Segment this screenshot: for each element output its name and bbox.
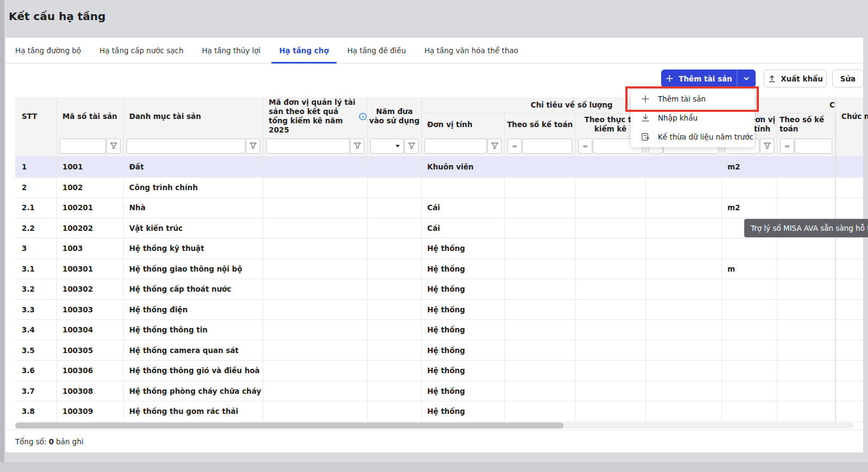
filter-funnel-icon[interactable] — [106, 139, 121, 154]
table-row-9[interactable]: 3.4100304Hệ thống thông tinHệ thống — [15, 320, 835, 341]
table-row-10[interactable]: 3.5100305Hệ thống camera quan sátHệ thốn… — [15, 341, 835, 361]
cell-8-10 — [722, 300, 777, 320]
table-row-7[interactable]: 3.2100302Hệ thống cấp thoát nướcHệ thống — [15, 279, 835, 300]
add-asset-button[interactable]: Thêm tài sản — [661, 70, 737, 87]
tab-3[interactable]: Hạ tầng thủy lợi — [194, 37, 268, 64]
tab-1[interactable]: Hạ tầng đường bộ — [8, 37, 88, 64]
filter-input-4[interactable] — [266, 139, 350, 154]
cell-3-10: m2 — [722, 198, 777, 218]
filter-equals-operator[interactable]: = — [508, 139, 522, 154]
action-cell-10[interactable] — [835, 341, 863, 361]
cell-6-1: 3.1 — [15, 259, 57, 280]
action-cell-1[interactable] — [835, 157, 863, 178]
tab-4[interactable]: Hạ tầng chợ — [271, 37, 337, 64]
total-unit: bản ghi — [56, 437, 84, 446]
cell-11-10 — [722, 361, 777, 381]
cell-9-1: 3.4 — [15, 320, 57, 341]
cell-6-9 — [646, 259, 722, 280]
menu-item-2[interactable]: Nhập khẩu — [631, 108, 755, 127]
table-row-13[interactable]: 3.8100309Hệ thống thu gom rác thảiHệ thố… — [15, 401, 835, 422]
filter-input-11[interactable] — [795, 139, 832, 154]
cell-12-2: 100308 — [57, 381, 124, 402]
table-row-6[interactable]: 3.1100301Hệ thống giao thông nội bộHệ th… — [15, 259, 835, 280]
filter-input-7[interactable] — [522, 139, 572, 154]
tab-2[interactable]: Hạ tầng cấp nước sạch — [92, 37, 191, 64]
menu-item-1[interactable]: Thêm tài sản — [631, 89, 755, 108]
table-row-2[interactable]: 21002Công trình chính — [15, 178, 835, 198]
cell-9-7 — [505, 320, 575, 341]
cell-7-11 — [777, 279, 835, 300]
action-cell-2[interactable] — [835, 178, 863, 198]
cell-13-4 — [263, 401, 368, 422]
table-row-8[interactable]: 3.3100303Hệ thống điệnHệ thống — [15, 300, 835, 320]
action-cell-12[interactable] — [835, 381, 863, 402]
menu-item-label: Thêm tài sản — [658, 95, 706, 103]
filter-input-6[interactable] — [425, 139, 487, 154]
cell-5-5 — [368, 238, 422, 259]
cell-1-7 — [505, 157, 575, 178]
menu-item-3[interactable]: Kế thừa dữ liệu năm trước — [631, 127, 755, 146]
cell-12-10 — [722, 381, 777, 402]
tab-5[interactable]: Hạ tầng đê điều — [340, 37, 414, 64]
action-cell-13[interactable] — [835, 401, 863, 422]
total-label: Tổng số: — [15, 437, 47, 446]
filter-equals-operator[interactable]: = — [578, 139, 592, 154]
edit-button[interactable]: Sửa — [832, 70, 864, 87]
action-cell-7[interactable] — [835, 279, 863, 300]
filter-funnel-icon[interactable] — [350, 139, 364, 154]
cell-8-3: Hệ thống điện — [124, 300, 263, 320]
cell-2-10 — [722, 178, 777, 198]
cell-7-5 — [368, 279, 422, 300]
cell-13-1: 3.8 — [15, 401, 57, 422]
cell-7-9 — [646, 279, 722, 300]
cell-13-6: Hệ thống — [422, 401, 505, 422]
cell-1-2: 1001 — [57, 157, 124, 178]
cell-5-2: 1003 — [57, 238, 124, 259]
tab-6[interactable]: Hạ tầng văn hóa thể thao — [417, 37, 526, 64]
cell-7-1: 3.2 — [15, 279, 57, 300]
cell-7-4 — [263, 279, 368, 300]
cell-11-6: Hệ thống — [422, 361, 505, 381]
filter-year-select[interactable] — [370, 139, 404, 154]
export-button[interactable]: Xuất khẩu — [764, 70, 827, 87]
table-row-12[interactable]: 3.7100308Hệ thống phòng cháy chữa cháyHệ… — [15, 381, 835, 402]
horizontal-scrollbar-thumb[interactable] — [15, 423, 563, 429]
action-cell-11[interactable] — [835, 361, 863, 381]
filter-input-2[interactable] — [60, 139, 106, 154]
cell-12-8 — [575, 381, 646, 402]
cell-10-10 — [722, 341, 777, 361]
filter-funnel-icon[interactable] — [404, 139, 419, 154]
cell-9-10 — [722, 320, 777, 341]
filter-funnel-icon[interactable] — [246, 139, 260, 154]
table-row-5[interactable]: 31003Hệ thống kỹ thuậtHệ thống — [15, 238, 835, 259]
add-asset-label: Thêm tài sản — [679, 74, 732, 83]
action-cell-6[interactable] — [835, 259, 863, 280]
cell-10-9 — [646, 341, 722, 361]
inherit-icon — [641, 132, 650, 142]
table-row-11[interactable]: 3.6100306Hệ thống thông gió và điều hoà … — [15, 361, 835, 381]
add-asset-menu-toggle[interactable] — [737, 70, 756, 87]
filter-equals-operator[interactable]: = — [780, 139, 794, 154]
filter-funnel-icon[interactable] — [487, 139, 502, 154]
action-cell-8[interactable] — [835, 300, 863, 320]
cell-2-7 — [505, 178, 575, 198]
cell-13-10 — [722, 401, 777, 422]
filter-funnel-icon[interactable] — [760, 139, 774, 154]
cell-6-6: Hệ thống — [422, 259, 505, 280]
cell-4-8 — [575, 218, 646, 239]
menu-item-label: Kế thừa dữ liệu năm trước — [658, 133, 753, 141]
table-row-1[interactable]: 11001ĐấtKhuôn viênm2 — [15, 157, 835, 178]
filter-input-3[interactable] — [126, 139, 245, 154]
table-row-3[interactable]: 2.1100201NhàCáim2 — [15, 198, 835, 218]
cell-7-10 — [722, 279, 777, 300]
action-cell-5[interactable] — [835, 238, 863, 259]
action-cell-3[interactable] — [835, 198, 863, 218]
cell-11-11 — [777, 361, 835, 381]
cell-2-9 — [646, 178, 722, 198]
table-row-4[interactable]: 2.2100202Vật kiến trúcCái — [15, 218, 835, 239]
cell-13-2: 100309 — [57, 401, 124, 422]
cell-1-6: Khuôn viên — [422, 157, 505, 178]
cell-11-8 — [575, 361, 646, 381]
horizontal-scrollbar[interactable] — [15, 423, 853, 429]
action-cell-9[interactable] — [835, 320, 863, 341]
